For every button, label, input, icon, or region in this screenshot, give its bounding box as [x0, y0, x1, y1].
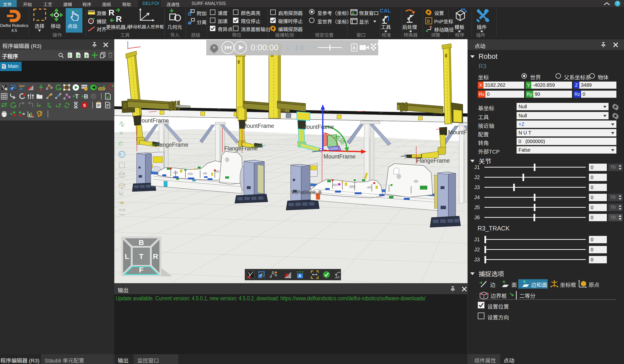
svg-text:VifPaBle88_B: VifPaBle88_B — [291, 190, 322, 195]
svg-text:FlangeFrame: FlangeFrame — [416, 158, 450, 164]
svg-text:x: x — [286, 45, 289, 50]
svg-text:S: S — [83, 103, 86, 108]
svg-text:FlangeFrame: FlangeFrame — [224, 145, 258, 152]
svg-text:M: M — [2, 64, 5, 67]
svg-text:A: A — [20, 86, 23, 91]
svg-text:MountFrame: MountFrame — [242, 123, 274, 129]
svg-text:R: R — [116, 14, 122, 23]
svg-text:MountFrame: MountFrame — [448, 129, 468, 136]
svg-text:B: B — [139, 238, 144, 247]
svg-text:T: T — [75, 93, 79, 100]
svg-text:FlangeFrame: FlangeFrame — [155, 142, 188, 148]
svg-text:0:00:00: 0:00:00 — [251, 43, 278, 52]
svg-text:T: T — [139, 252, 143, 260]
svg-text:F: F — [139, 266, 143, 274]
svg-text:B: B — [84, 93, 88, 100]
svg-text:R: R — [108, 8, 115, 17]
svg-text:A: A — [298, 273, 301, 278]
svg-text:R: R — [153, 252, 158, 260]
svg-text:MountFrame: MountFrame — [302, 124, 334, 130]
svg-text:MountFrame: MountFrame — [137, 117, 169, 124]
svg-text:S: S — [107, 95, 109, 99]
svg-text:L: L — [125, 252, 129, 260]
svg-text:SUB: SUB — [119, 208, 125, 212]
svg-text:MountFrame: MountFrame — [324, 153, 355, 160]
svg-text:1.0: 1.0 — [295, 44, 304, 51]
